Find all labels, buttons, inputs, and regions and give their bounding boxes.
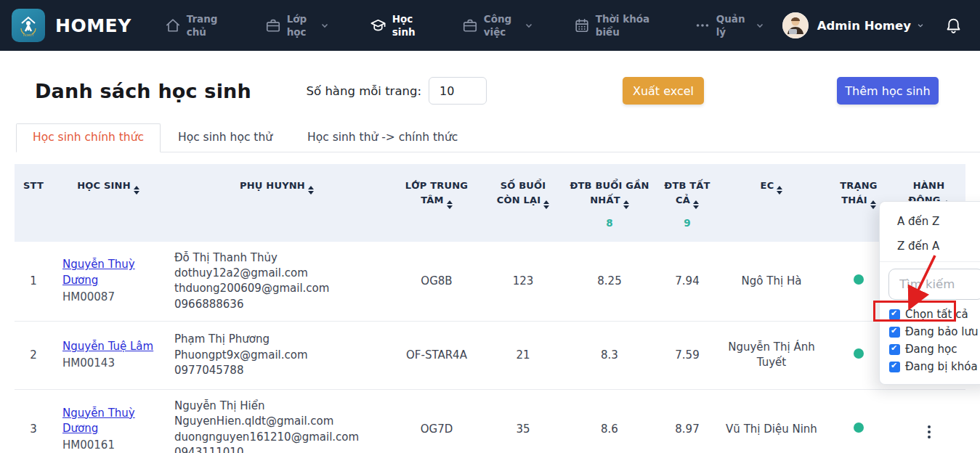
column-sub-value: 8 bbox=[567, 216, 652, 230]
filter-dang-bao-luu[interactable]: Đang bảo lưu bbox=[889, 323, 980, 340]
nav-menu: Trang chủ Lớp học Học sinh bbox=[165, 12, 764, 38]
cell-ec: Vũ Thị Diệu Ninh bbox=[718, 389, 825, 453]
col-header-phu-huynh[interactable]: PHỤ HUYNH bbox=[164, 164, 389, 242]
cell-ec: Nguyễn Thị Ánh Tuyết bbox=[718, 321, 825, 389]
chevron-down-icon bbox=[525, 21, 533, 30]
row-actions-kebab-icon[interactable] bbox=[923, 423, 935, 441]
sort-option-z-to-a[interactable]: Z đến A bbox=[880, 234, 980, 258]
graduation-cap-icon bbox=[370, 17, 386, 34]
nav-item-hoc-sinh[interactable]: Học sinh bbox=[370, 12, 421, 38]
content-header: Danh sách học sinh Số hàng mỗi trang: Xu… bbox=[35, 77, 939, 105]
student-table: STT HỌC SINH PHỤ HUYNH LỚP TRUNG TÂM SỐ … bbox=[15, 164, 965, 453]
col-header-dtb-tat-ca[interactable]: ĐTB TẤT CẢ9 bbox=[657, 164, 718, 242]
student-code: HM00161 bbox=[62, 438, 160, 453]
page-title: Danh sách học sinh bbox=[35, 80, 251, 102]
tab-hoc-sinh-thu-chinh-thuc[interactable]: Học sinh thử -> chính thức bbox=[290, 124, 475, 152]
sort-icon bbox=[308, 186, 314, 195]
checkbox-checked-icon[interactable] bbox=[889, 309, 900, 320]
status-active-dot bbox=[854, 274, 864, 285]
nav-item-quan-ly[interactable]: Quản lý bbox=[694, 12, 764, 38]
student-name-link[interactable]: Nguyễn Thuỳ Dương bbox=[62, 406, 160, 437]
filter-dang-hoc[interactable]: Đang học bbox=[889, 340, 980, 358]
rows-per-page-label: Số hàng mỗi trang: bbox=[307, 84, 421, 98]
nav-label: Lớp học bbox=[287, 12, 312, 38]
chevron-down-icon bbox=[320, 21, 329, 30]
table-header-row: STT HỌC SINH PHỤ HUYNH LỚP TRUNG TÂM SỐ … bbox=[15, 164, 965, 242]
user-menu[interactable]: Admin Homey bbox=[782, 12, 963, 38]
svg-text:HOMEY: HOMEY bbox=[23, 33, 34, 37]
cell-avg-recent: 8.6 bbox=[562, 389, 657, 453]
cell-student: Nguyễn Thuỳ Dương HM00161 bbox=[52, 389, 164, 453]
nav-item-lop-hoc[interactable]: Lớp học bbox=[265, 12, 329, 38]
filter-dang-bi-khoa[interactable]: Đang bị khóa bbox=[889, 358, 980, 375]
student-name-link[interactable]: Nguyễn Tuệ Lâm bbox=[62, 339, 153, 354]
column-sub-value: 9 bbox=[661, 216, 713, 230]
briefcase-icon bbox=[265, 17, 281, 33]
calendar-icon bbox=[574, 17, 590, 33]
cell-parent: Đỗ Thị Thanh Thủy dothuy12a2@gmail.com t… bbox=[164, 242, 389, 322]
cell-student: Nguyễn Tuệ Lâm HM00143 bbox=[52, 321, 164, 389]
rows-per-page-input[interactable] bbox=[429, 77, 487, 105]
tab-hoc-sinh-hoc-thu[interactable]: Học sinh học thử bbox=[161, 124, 290, 152]
table-row: 2 Nguyễn Tuệ Lâm HM00143 Phạm Thị Phương… bbox=[15, 321, 965, 389]
navbar: HOMEY HOMEY Trang chủ Lớp học bbox=[0, 0, 980, 51]
checkbox-checked-icon[interactable] bbox=[889, 362, 900, 372]
nav-label: Trang chủ bbox=[187, 12, 224, 38]
cell-class: OG8B bbox=[389, 242, 484, 322]
nav-label: Thời khóa biểu bbox=[596, 12, 654, 38]
cell-stt: 1 bbox=[15, 242, 52, 322]
sort-icon bbox=[870, 200, 876, 209]
nav-item-trang-chu[interactable]: Trang chủ bbox=[165, 12, 224, 38]
add-student-button[interactable]: Thêm học sinh bbox=[837, 77, 939, 105]
sort-icon bbox=[543, 200, 549, 209]
page: HOMEY HOMEY Trang chủ Lớp học bbox=[0, 0, 980, 453]
cell-actions bbox=[892, 389, 965, 453]
col-header-lop-trung-tam[interactable]: LỚP TRUNG TÂM bbox=[389, 164, 484, 242]
user-name: Admin Homey bbox=[817, 19, 911, 33]
nav-label: Quản lý bbox=[716, 12, 747, 38]
student-name-link[interactable]: Nguyễn Thuỳ Dương bbox=[62, 257, 160, 288]
nav-label: Công việc bbox=[484, 12, 516, 38]
ellipsis-icon bbox=[694, 17, 710, 33]
nav-item-cong-viec[interactable]: Công việc bbox=[462, 12, 533, 38]
export-excel-button[interactable]: Xuất excel bbox=[623, 77, 704, 105]
sort-option-a-to-z[interactable]: A đến Z bbox=[880, 209, 980, 234]
cell-status bbox=[825, 389, 892, 453]
cell-ec: Ngô Thị Hà bbox=[718, 242, 825, 322]
brand[interactable]: HOMEY HOMEY bbox=[12, 9, 131, 42]
filter-search-input[interactable] bbox=[888, 269, 980, 300]
briefcase-icon bbox=[462, 17, 478, 33]
header-controls: Số hàng mỗi trang: Xuất excel Thêm học s… bbox=[307, 77, 939, 105]
notification-bell-icon[interactable] bbox=[944, 17, 963, 35]
cell-sessions-left: 21 bbox=[484, 321, 562, 389]
col-header-dtb-buoi-gan-nhat[interactable]: ĐTB BUỔI GẦN NHẤT8 bbox=[562, 164, 657, 242]
nav-item-thoi-khoa-bieu[interactable]: Thời khóa biểu bbox=[574, 12, 654, 38]
cell-stt: 3 bbox=[15, 389, 52, 453]
cell-avg-recent: 8.3 bbox=[562, 321, 657, 389]
chevron-down-icon bbox=[756, 21, 764, 30]
col-header-ec[interactable]: EC bbox=[718, 164, 825, 242]
tab-bar: Học sinh chính thức Học sinh học thử Học… bbox=[16, 123, 980, 152]
table-row: 3 Nguyễn Thuỳ Dương HM00161 Nguyễn Thị H… bbox=[15, 389, 965, 453]
cell-avg-all: 7.94 bbox=[657, 242, 718, 322]
col-header-hoc-sinh[interactable]: HỌC SINH bbox=[52, 164, 164, 242]
filter-select-all[interactable]: Chọn tất cả bbox=[889, 306, 980, 323]
student-code: HM00143 bbox=[62, 356, 160, 371]
tab-hoc-sinh-chinh-thuc[interactable]: Học sinh chính thức bbox=[16, 123, 161, 152]
avatar bbox=[782, 12, 809, 38]
cell-sessions-left: 123 bbox=[484, 242, 562, 322]
homey-logo-icon: HOMEY bbox=[12, 9, 45, 42]
cell-avg-all: 8.97 bbox=[657, 389, 718, 453]
home-icon bbox=[165, 17, 181, 33]
checkbox-checked-icon[interactable] bbox=[889, 344, 900, 355]
student-code: HM00087 bbox=[62, 290, 160, 305]
col-header-stt: STT bbox=[15, 164, 52, 242]
sort-icon bbox=[693, 200, 699, 209]
col-header-so-buoi-con-lai[interactable]: SỐ BUỔI CÒN LẠI bbox=[484, 164, 562, 242]
checkbox-checked-icon[interactable] bbox=[889, 327, 900, 338]
cell-stt: 2 bbox=[15, 321, 52, 389]
sort-icon bbox=[134, 186, 139, 195]
status-active-dot bbox=[854, 348, 864, 359]
cell-avg-recent: 8.25 bbox=[562, 242, 657, 322]
cell-student: Nguyễn Thuỳ Dương HM00087 bbox=[52, 242, 164, 322]
